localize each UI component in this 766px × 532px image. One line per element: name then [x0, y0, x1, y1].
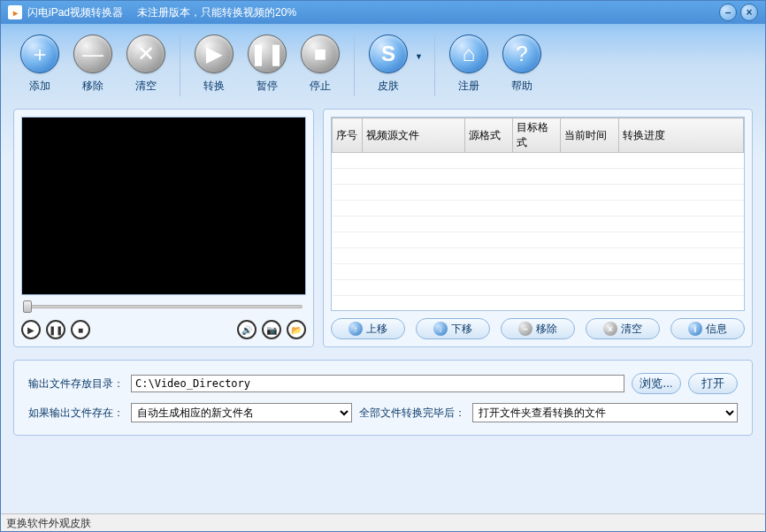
statusbar: 更换软件外观皮肤	[1, 513, 765, 531]
pause-icon: ❚❚	[248, 34, 287, 73]
convert-button[interactable]: ▶ 转换	[188, 34, 241, 94]
if-exists-label: 如果输出文件存在：	[28, 406, 124, 421]
info-icon: i	[688, 322, 702, 336]
if-exists-select[interactable]: 自动生成相应的新文件名	[131, 403, 352, 422]
move-up-button[interactable]: ↑上移	[331, 318, 405, 339]
preview-stop-button[interactable]: ■	[71, 320, 90, 339]
preview-play-button[interactable]: ▶	[21, 320, 41, 339]
plus-icon: ＋	[20, 34, 59, 73]
title-suffix: 未注册版本，只能转换视频的20%	[137, 5, 296, 20]
register-button[interactable]: ⌂ 注册	[442, 34, 495, 94]
app-window: ▸ 闪电iPad视频转换器 未注册版本，只能转换视频的20% – × ＋ 添加 …	[0, 0, 766, 532]
table-row	[333, 169, 744, 185]
table-row	[333, 248, 744, 264]
minus-icon: –	[518, 322, 532, 336]
minimize-button[interactable]: –	[719, 4, 737, 21]
seek-thumb[interactable]	[23, 300, 32, 313]
help-button[interactable]: ? 帮助	[495, 34, 548, 94]
table-row	[333, 232, 744, 248]
col-time[interactable]: 当前时间	[561, 118, 619, 153]
x-icon: ✕	[126, 34, 165, 73]
minus-icon: —	[73, 34, 112, 73]
folder-button[interactable]: 📂	[287, 320, 306, 339]
open-button[interactable]: 打开	[688, 373, 738, 394]
browse-button[interactable]: 浏览...	[632, 373, 681, 394]
skin-button[interactable]: S 皮肤	[362, 34, 415, 94]
play-icon: ▶	[195, 34, 234, 73]
arrow-up-icon: ↑	[349, 322, 363, 336]
pause-button[interactable]: ❚❚ 暂停	[241, 34, 294, 94]
output-dir-label: 输出文件存放目录：	[28, 376, 124, 391]
close-button[interactable]: ×	[740, 4, 758, 21]
stop-button[interactable]: ■ 停止	[294, 34, 347, 94]
table-row	[333, 264, 744, 280]
main-toolbar: ＋ 添加 — 移除 ✕ 清空 ▶ 转换 ❚❚ 暂停 ■	[1, 24, 765, 103]
output-dir-input[interactable]	[131, 375, 624, 392]
move-down-button[interactable]: ↓下移	[416, 318, 490, 339]
volume-button[interactable]: 🔊	[237, 320, 257, 339]
app-icon: ▸	[8, 5, 22, 19]
content-area: ▶ ❚❚ ■ 🔊 📷 📂 序号 视频源文件 源格式 目标格式	[1, 103, 765, 353]
col-source[interactable]: 视频源文件	[363, 118, 465, 153]
titlebar: ▸ 闪电iPad视频转换器 未注册版本，只能转换视频的20% – ×	[1, 1, 765, 24]
seek-slider[interactable]	[21, 295, 306, 316]
col-srcfmt[interactable]: 源格式	[465, 118, 513, 153]
stop-icon: ■	[301, 34, 340, 73]
after-done-label: 全部文件转换完毕后：	[359, 406, 465, 421]
x-icon: ×	[603, 322, 617, 336]
col-progress[interactable]: 转换进度	[619, 118, 744, 153]
file-table[interactable]: 序号 视频源文件 源格式 目标格式 当前时间 转换进度	[331, 117, 745, 311]
skin-dropdown[interactable]: ▼	[415, 34, 427, 61]
status-text: 更换软件外观皮肤	[6, 517, 91, 529]
col-dstfmt[interactable]: 目标格式	[513, 118, 561, 153]
arrow-down-icon: ↓	[433, 322, 448, 336]
snapshot-button[interactable]: 📷	[262, 320, 281, 339]
video-preview	[21, 117, 306, 295]
skin-icon: S	[369, 34, 408, 73]
table-row	[333, 201, 744, 217]
list-remove-button[interactable]: –移除	[501, 318, 575, 339]
preview-panel: ▶ ❚❚ ■ 🔊 📷 📂	[13, 109, 314, 347]
list-buttons: ↑上移 ↓下移 –移除 ×清空 i信息	[331, 311, 745, 339]
app-title: 闪电iPad视频转换器	[27, 5, 123, 20]
media-controls: ▶ ❚❚ ■ 🔊 📷 📂	[21, 316, 306, 339]
question-icon: ?	[502, 34, 541, 73]
list-clear-button[interactable]: ×清空	[586, 318, 660, 339]
after-done-select[interactable]: 打开文件夹查看转换的文件	[472, 403, 738, 422]
table-row	[333, 280, 744, 296]
preview-pause-button[interactable]: ❚❚	[46, 320, 65, 339]
table-row	[333, 153, 744, 169]
table-row	[333, 185, 744, 201]
table-row	[333, 217, 744, 232]
output-panel: 输出文件存放目录： 浏览... 打开 如果输出文件存在： 自动生成相应的新文件名…	[13, 360, 753, 436]
clear-button[interactable]: ✕ 清空	[119, 34, 172, 94]
file-list-panel: 序号 视频源文件 源格式 目标格式 当前时间 转换进度	[323, 109, 753, 347]
table-row	[333, 296, 744, 312]
col-index[interactable]: 序号	[333, 118, 363, 153]
remove-button[interactable]: — 移除	[66, 34, 119, 94]
video-canvas	[22, 118, 305, 294]
info-button[interactable]: i信息	[670, 318, 745, 339]
add-button[interactable]: ＋ 添加	[13, 34, 66, 94]
home-icon: ⌂	[449, 34, 488, 73]
